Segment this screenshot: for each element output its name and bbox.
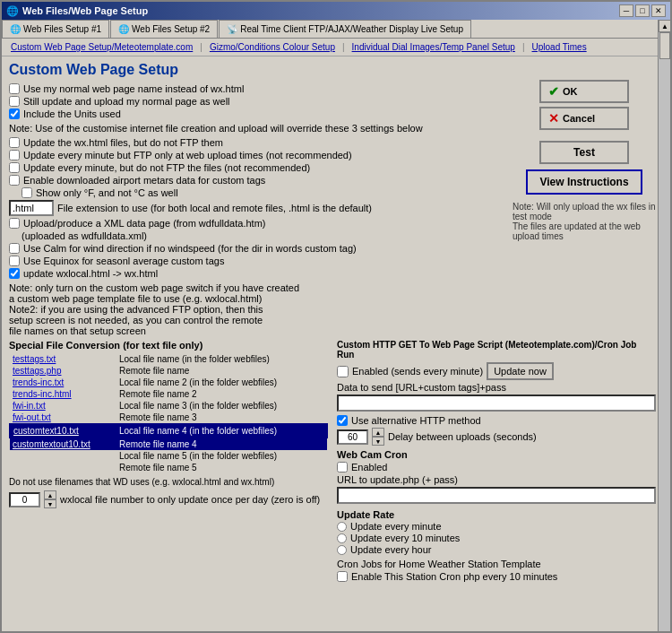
cb-wxlocal-label: update wxlocal.html -> wx.html — [23, 268, 158, 279]
test-note: Note: Will only upload the wx files in t… — [513, 202, 656, 241]
tab-icon-1: 🌐 — [10, 24, 21, 34]
cb-still-update: Still update and upload my normal page a… — [9, 96, 504, 107]
nav-bar: Custom Web Page Setup/Meteotemplate.com … — [2, 39, 670, 56]
cron-checkbox[interactable] — [337, 571, 348, 582]
check-icon: ✔ — [548, 84, 559, 99]
spin-down-button[interactable]: ▼ — [44, 499, 56, 508]
update-rate-title: Update Rate — [337, 509, 656, 520]
nav-upload-times[interactable]: Upload Times — [527, 40, 592, 54]
file-label-2: Remote file name — [116, 365, 327, 377]
cb-every-minute-noftp-label: Update every minute, but do not FTP the … — [23, 162, 310, 173]
custom-http-title: Custom HTTP GET To Web Page Script (Mete… — [337, 340, 656, 360]
cb-airport-metars-input[interactable] — [9, 175, 20, 186]
view-instructions-button[interactable]: View Instructions — [526, 169, 642, 195]
file-name-8[interactable]: customtextout10.txt — [10, 438, 116, 450]
delay-spin-up[interactable]: ▲ — [372, 428, 384, 437]
table-row: fwi-out.txt Remote file name 3 — [10, 412, 327, 424]
file-name-9[interactable] — [10, 450, 116, 462]
file-name-6[interactable]: fwi-out.txt — [10, 412, 116, 424]
cb-every-minute-ftp-input[interactable] — [9, 150, 20, 160]
nav-custom-web[interactable]: Custom Web Page Setup/Meteotemplate.com — [5, 40, 198, 54]
scroll-track — [659, 56, 670, 632]
html-ext-row: File extension to use (for both local an… — [9, 200, 504, 216]
radio-every-minute-label: Update every minute — [350, 521, 442, 532]
scrollbar: ▲ ▼ — [658, 56, 670, 632]
tab-realtime[interactable]: 📡 Real Time Client FTP/AJAX/Weather Disp… — [219, 20, 471, 38]
html-ext-input[interactable] — [9, 200, 54, 216]
cb-include-units: Include the Units used — [9, 108, 504, 119]
ok-button[interactable]: ✔ OK — [539, 80, 629, 103]
wxlocal-label: wxlocal file number to only update once … — [60, 494, 320, 505]
file-name-5[interactable]: fwi-in.txt — [10, 400, 116, 412]
cb-every-minute-noftp: Update every minute, but do not FTP the … — [9, 162, 504, 173]
nav-gizmo[interactable]: Gizmo/Conditions Colour Setup — [204, 40, 340, 54]
cb-use-calm-input[interactable] — [9, 243, 20, 254]
cb-xml-page-input[interactable] — [9, 218, 20, 229]
webcam-enabled-checkbox[interactable] — [337, 462, 348, 473]
tab-web-files-2[interactable]: 🌐 Web Files Setup #2 — [110, 20, 218, 38]
file-name-7[interactable]: customtext10.txt — [10, 424, 116, 438]
file-label-10: Remote file name 5 — [116, 462, 327, 473]
nav-dial-images[interactable]: Individual Dial Images/Temp Panel Setup — [347, 40, 521, 54]
maximize-button[interactable]: □ — [635, 4, 650, 17]
table-row: testtags.php Remote file name — [10, 365, 327, 377]
http-enabled-checkbox[interactable] — [337, 366, 349, 377]
file-label-9: Local file name 5 (in the folder webfile… — [116, 450, 327, 462]
webcam-url-input[interactable] — [337, 487, 656, 504]
file-label-4: Remote file name 2 — [116, 388, 327, 400]
cb-still-update-input[interactable] — [9, 96, 20, 107]
spin-up-button[interactable]: ▲ — [44, 490, 56, 499]
delay-input[interactable] — [337, 429, 368, 445]
minimize-button[interactable]: ─ — [619, 4, 633, 17]
cb-wxlocal-input[interactable] — [9, 268, 20, 279]
file-label-8: Remote file name 4 — [116, 438, 327, 450]
tab-web-files-1[interactable]: 🌐 Web Files Setup #1 — [2, 20, 109, 38]
note-custom: Note: only turn on the custom web page s… — [9, 282, 656, 336]
file-name-3[interactable]: trends-inc.txt — [10, 377, 116, 388]
data-input[interactable] — [337, 395, 656, 412]
special-file-title: Special File Conversion (for text file o… — [9, 340, 328, 351]
radio-every-10-label: Update every 10 minutes — [350, 533, 460, 543]
cb-every-minute-ftp-label: Update every minute but FTP only at web … — [23, 150, 352, 160]
table-row-selected-1[interactable]: customtext10.txt Local file name 4 (in t… — [10, 424, 327, 438]
cb-equinox: Use Equinox for seasonl average custom t… — [9, 256, 656, 266]
radio-every-10: Update every 10 minutes — [337, 533, 656, 543]
data-label: Data to send [URL+custom tags]+pass — [337, 382, 656, 393]
test-button[interactable]: Test — [539, 141, 629, 164]
delay-spin-down[interactable]: ▼ — [372, 437, 384, 446]
wxlocal-number-input[interactable] — [9, 492, 40, 507]
file-name-10[interactable] — [10, 462, 116, 473]
cb-use-normal-name-input[interactable] — [9, 83, 20, 94]
title-icon: 🌐 — [6, 5, 19, 17]
table-row: testtags.txt Local file name (in the fol… — [10, 353, 327, 365]
cb-wxlocal: update wxlocal.html -> wx.html — [9, 268, 656, 279]
cb-use-calm-label: Use Calm for wind direction if no windsp… — [23, 243, 357, 254]
webcam-enabled-row: Enabled — [337, 462, 656, 473]
webcam-title: Web Cam Cron — [337, 449, 656, 460]
cb-update-wx-input[interactable] — [9, 137, 20, 148]
cb-every-minute-noftp-input[interactable] — [9, 162, 20, 173]
scroll-thumb[interactable] — [659, 56, 670, 59]
radio-every-minute-input[interactable] — [337, 522, 347, 532]
cb-include-units-label: Include the Units used — [23, 108, 121, 119]
cb-still-update-label: Still update and upload my normal page a… — [23, 96, 230, 107]
cancel-button[interactable]: ✕ Cancel — [539, 107, 629, 130]
alt-http-checkbox[interactable] — [337, 415, 348, 426]
radio-every-hour: Update every hour — [337, 544, 656, 555]
delay-label: Delay between uploads (seconds) — [388, 431, 537, 442]
main-window: 🌐 Web Files/Web Page Setup ─ □ ✕ 🌐 Web F… — [0, 0, 672, 633]
close-button[interactable]: ✕ — [651, 4, 666, 17]
cb-equinox-input[interactable] — [9, 256, 20, 266]
radio-every-hour-input[interactable] — [337, 545, 347, 555]
file-name-4[interactable]: trends-inc.html — [10, 388, 116, 400]
cb-show-only-f-input[interactable] — [22, 187, 32, 198]
cb-include-units-input[interactable] — [9, 108, 20, 119]
cb-xml-page: Upload/produce a XML data page (from wdf… — [9, 218, 504, 229]
update-now-button[interactable]: Update now — [487, 362, 554, 380]
file-name-2[interactable]: testtags.php — [10, 365, 116, 377]
table-row-selected-2[interactable]: customtextout10.txt Remote file name 4 — [10, 438, 327, 450]
cb-show-only-f-label: Show only °F, and not °C as well — [36, 187, 178, 198]
file-name-1[interactable]: testtags.txt — [10, 353, 116, 365]
radio-every-10-input[interactable] — [337, 533, 347, 543]
tab-bar: 🌐 Web Files Setup #1 🌐 Web Files Setup #… — [2, 20, 670, 39]
